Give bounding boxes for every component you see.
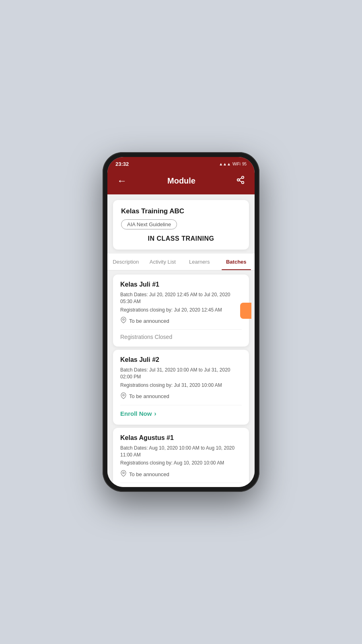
- batch-divider-1: [120, 329, 242, 330]
- svg-line-3: [239, 180, 242, 182]
- content-area: Kelas Training ABC AIA Next Guideline IN…: [107, 194, 255, 487]
- location-text-2: To be announced: [129, 393, 169, 399]
- batch-title-1: Kelas Juli #1: [120, 281, 242, 288]
- batch-dates-2: Batch Dates: Jul 31, 2020 10:00 AM to Ju…: [120, 367, 242, 380]
- tab-learners[interactable]: Learners: [181, 254, 218, 270]
- tabs-container: Description Activity List Learners Batch…: [107, 254, 255, 270]
- batch-dates-3: Batch Dates: Aug 10, 2020 10:00 AM to Au…: [120, 445, 242, 458]
- batch-title-2: Kelas Juli #2: [120, 356, 242, 363]
- enroll-button-2[interactable]: Enroll Now ›: [120, 409, 242, 418]
- battery-icon: 95: [242, 162, 247, 166]
- phone-frame: 23:32 ▲▲▲ WiFi 95 ← Module: [103, 152, 259, 492]
- page-title: Module: [167, 176, 195, 186]
- signal-icon: ▲▲▲: [219, 162, 231, 166]
- location-text-3: To be announced: [129, 471, 169, 477]
- header: ← Module: [107, 169, 255, 194]
- svg-point-7: [123, 472, 124, 474]
- phone-screen: 23:32 ▲▲▲ WiFi 95 ← Module: [107, 157, 255, 487]
- wifi-icon: WiFi: [232, 162, 241, 166]
- batch-dates-1: Batch Dates: Jul 20, 2020 12:45 AM to Ju…: [120, 291, 242, 305]
- location-icon-2: [120, 392, 127, 401]
- module-card: Kelas Training ABC AIA Next Guideline IN…: [113, 200, 249, 250]
- tab-description[interactable]: Description: [107, 254, 144, 270]
- svg-line-4: [239, 178, 242, 179]
- location-icon-3: [120, 470, 127, 479]
- svg-point-6: [123, 394, 124, 396]
- module-type: IN CLASS TRAINING: [121, 235, 241, 242]
- back-button[interactable]: ←: [115, 173, 128, 188]
- batch-divider-3: [120, 483, 242, 483]
- enroll-label-2: Enroll Now: [120, 410, 152, 417]
- batch-closing-3: Registrations closing by: Aug 10, 2020 1…: [120, 460, 242, 466]
- module-card-title: Kelas Training ABC: [121, 207, 241, 215]
- batch-card-2: Kelas Juli #2 Batch Dates: Jul 31, 2020 …: [113, 350, 249, 424]
- float-indicator: [240, 303, 251, 319]
- module-tag: AIA Next Guideline: [121, 219, 177, 229]
- batch-closing-2: Registrations closing by: Jul 31, 2020 1…: [120, 382, 242, 389]
- location-icon-1: [120, 316, 127, 325]
- status-icons: ▲▲▲ WiFi 95: [219, 162, 247, 166]
- batch-closing-1: Registrations closing by: Jul 20, 2020 1…: [120, 307, 242, 314]
- tab-batches[interactable]: Batches: [218, 254, 255, 270]
- registration-status-1: Registrations Closed: [120, 334, 242, 340]
- status-bar: 23:32 ▲▲▲ WiFi 95: [107, 157, 255, 169]
- batch-location-2: To be announced: [120, 392, 242, 401]
- enroll-arrow-2: ›: [154, 410, 156, 417]
- share-button[interactable]: [234, 174, 247, 188]
- svg-point-5: [123, 319, 124, 320]
- batch-title-3: Kelas Agustus #1: [120, 434, 242, 442]
- batch-divider-2: [120, 405, 242, 405]
- tab-activity-list[interactable]: Activity List: [144, 254, 181, 270]
- batch-card-1: Kelas Juli #1 Batch Dates: Jul 20, 2020 …: [113, 275, 249, 347]
- location-text-1: To be announced: [129, 318, 169, 324]
- batch-location-1: To be announced: [120, 316, 242, 325]
- batch-location-3: To be announced: [120, 470, 242, 479]
- batch-card-3: Kelas Agustus #1 Batch Dates: Aug 10, 20…: [113, 428, 249, 487]
- status-time: 23:32: [115, 161, 129, 167]
